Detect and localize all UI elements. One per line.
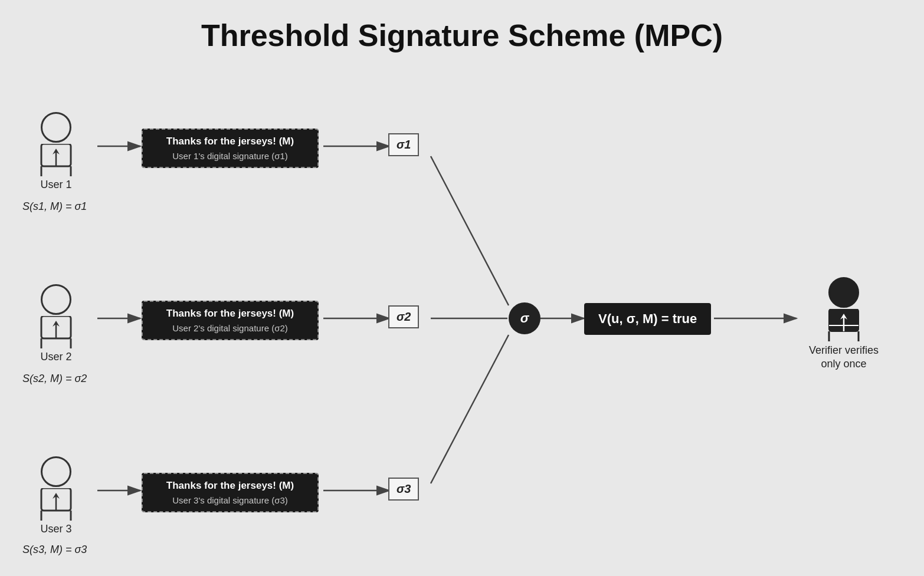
user2-figure: User 2 bbox=[35, 284, 77, 363]
user2-msg-box: Thanks for the jerseys! (M) User 2's dig… bbox=[142, 301, 319, 340]
user2-head bbox=[41, 284, 71, 315]
sigma1-label: σ1 bbox=[388, 133, 419, 156]
user3-head bbox=[41, 456, 71, 487]
verify-box: V(u, σ, M) = true bbox=[584, 303, 711, 335]
user1-body bbox=[35, 144, 77, 176]
user2-body bbox=[35, 316, 77, 348]
user1-label: User 1 bbox=[40, 179, 71, 191]
page-title: Threshold Signature Scheme (MPC) bbox=[0, 0, 924, 65]
user3-body bbox=[35, 488, 77, 521]
verifier-body bbox=[823, 309, 864, 341]
user2-msg-sub: User 2's digital signature (σ2) bbox=[172, 323, 288, 333]
user3-formula: S(s3, M) = σ3 bbox=[22, 544, 87, 556]
user2-msg-title: Thanks for the jerseys! (M) bbox=[166, 308, 294, 320]
user3-figure: User 3 bbox=[35, 456, 77, 535]
user3-msg-title: Thanks for the jerseys! (M) bbox=[166, 480, 294, 492]
verifier-label: Verifier verifiesonly once bbox=[797, 344, 891, 371]
user2-label: User 2 bbox=[40, 351, 71, 363]
aggregation-circle: σ bbox=[509, 302, 540, 334]
user2-formula: S(s2, M) = σ2 bbox=[22, 373, 87, 385]
user1-formula: S(s1, M) = σ1 bbox=[22, 200, 87, 213]
user3-label: User 3 bbox=[40, 523, 71, 535]
user3-msg-box: Thanks for the jerseys! (M) User 3's dig… bbox=[142, 473, 319, 512]
verifier-head bbox=[828, 277, 859, 308]
svg-line-9 bbox=[431, 335, 509, 483]
user1-figure: User 1 bbox=[35, 112, 77, 191]
sigma3-label: σ3 bbox=[388, 478, 419, 501]
svg-line-5 bbox=[431, 156, 509, 305]
sigma2-label: σ2 bbox=[388, 305, 419, 328]
user3-msg-sub: User 3's digital signature (σ3) bbox=[172, 495, 288, 505]
verifier-figure: Verifier verifiesonly once bbox=[797, 277, 891, 371]
user1-msg-title: Thanks for the jerseys! (M) bbox=[166, 136, 294, 147]
user1-head bbox=[41, 112, 71, 143]
user1-msg-box: Thanks for the jerseys! (M) User 1's dig… bbox=[142, 129, 319, 168]
user1-msg-sub: User 1's digital signature (σ1) bbox=[172, 151, 288, 161]
